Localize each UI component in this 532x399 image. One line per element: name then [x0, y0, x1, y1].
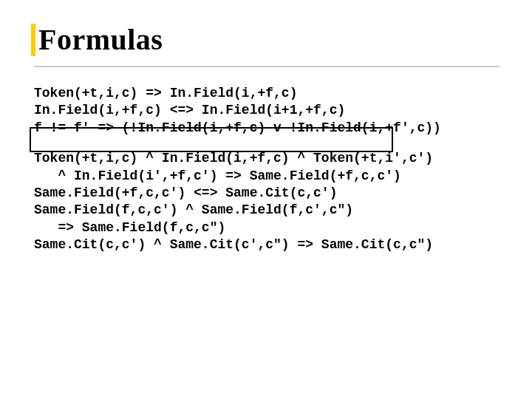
code-block-2: Token(+t,i,c) ^ In.Field(i,+f,c) ^ Token… [34, 150, 501, 253]
code-line: ^ In.Field(i',+f,c') => Same.Field(+f,c,… [34, 168, 401, 183]
spacer [31, 137, 501, 150]
code-line: Token(+t,i,c) => In.Field(i,+f,c) [34, 86, 297, 100]
code-line: Same.Cit(c,c') ^ Same.Cit(c',c") => Same… [34, 237, 433, 252]
code-block-1: Token(+t,i,c) => In.Field(i,+f,c) In.Fie… [34, 85, 501, 137]
title-row: Formulas [31, 22, 501, 57]
code-line: f != f' => (!In.Field(i,+f,c) v !In.Fiel… [34, 120, 441, 135]
code-line: Same.Field(+f,c,c') <=> Same.Cit(c,c') [34, 185, 337, 200]
code-line: Token(+t,i,c) ^ In.Field(i,+f,c) ^ Token… [34, 151, 433, 166]
code-line: Same.Field(f,c,c') ^ Same.Field(f,c',c") [34, 202, 353, 217]
accent-bar [31, 24, 35, 56]
slide: Formulas Token(+t,i,c) => In.Field(i,+f,… [0, 0, 532, 399]
title-divider [34, 66, 499, 67]
code-line: In.Field(i,+f,c) <=> In.Field(i+1,+f,c) [34, 103, 345, 117]
code-line: => Same.Field(f,c,c") [34, 220, 225, 235]
slide-title: Formulas [38, 22, 163, 57]
